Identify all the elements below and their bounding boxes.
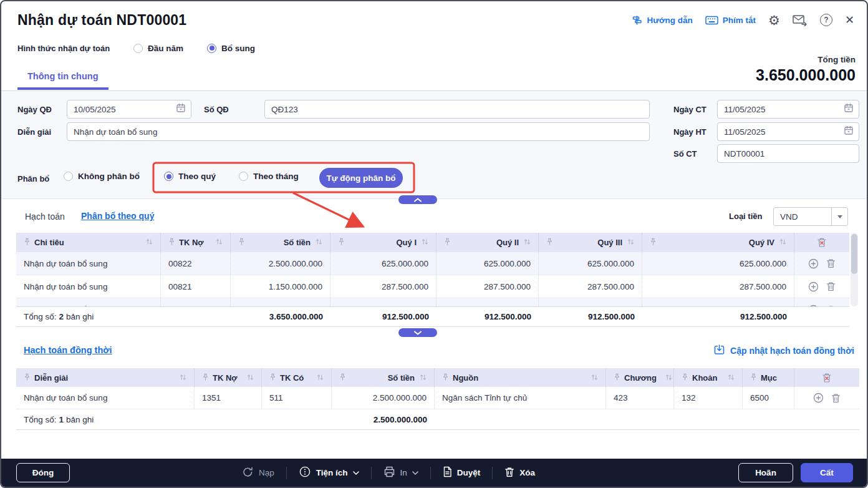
- trash-icon[interactable]: [831, 393, 841, 403]
- keyboard-icon: [705, 16, 718, 25]
- trash-icon[interactable]: [826, 258, 836, 268]
- radio-theo-quy[interactable]: Theo quý: [164, 172, 216, 181]
- table-row[interactable]: Nhận dự toán bổ sung 1351 511 2.500.000.…: [16, 387, 859, 409]
- guide-link[interactable]: Hướng dẫn: [632, 15, 692, 26]
- currency-select[interactable]: VND: [773, 207, 848, 226]
- pin-icon[interactable]: [614, 373, 620, 383]
- close-icon[interactable]: ✕: [845, 13, 854, 27]
- table-row[interactable]: Nhận dự toán bổ sung 00822 2.500.000.000…: [16, 252, 849, 275]
- titlebar: Nhận dự toán NDT00001 Hướng dẫn Phím tắt…: [1, 1, 867, 36]
- pin-icon[interactable]: [238, 238, 245, 247]
- trash-delete-all-icon[interactable]: [822, 373, 832, 383]
- add-circle-icon[interactable]: [808, 258, 819, 269]
- tab-general-info[interactable]: Thông tin chung: [17, 71, 109, 90]
- approve-button[interactable]: Duyệt: [443, 466, 481, 479]
- so-qd-input[interactable]: [265, 100, 649, 118]
- calendar-icon[interactable]: [844, 103, 854, 115]
- pin-icon[interactable]: [168, 238, 175, 247]
- help-icon[interactable]: ?: [820, 14, 832, 26]
- radio-khong-phan-bo[interactable]: Không phân bổ: [64, 172, 140, 181]
- col-header-chuong[interactable]: Chương: [606, 368, 674, 387]
- radio-dau-nam[interactable]: Đầu năm: [133, 44, 183, 53]
- pin-icon[interactable]: [750, 373, 757, 383]
- dropdown-arrow-segment: [831, 208, 847, 225]
- sort-icon: [728, 373, 735, 383]
- col-header-tk-no[interactable]: TK Nợ: [161, 233, 231, 252]
- titlebar-actions: Hướng dẫn Phím tắt ⚙ ? ✕: [632, 13, 854, 27]
- trash-delete-all-icon[interactable]: [817, 237, 827, 248]
- chevron-down-icon: [412, 471, 418, 475]
- close-button[interactable]: Đóng: [16, 463, 70, 482]
- shortcut-link[interactable]: Phím tắt: [705, 16, 756, 25]
- col-header-quy-1[interactable]: Quý I: [330, 233, 436, 252]
- save-button[interactable]: Cất: [801, 463, 853, 482]
- col-header-muc[interactable]: Mục: [743, 368, 794, 387]
- pin-icon[interactable]: [442, 373, 449, 383]
- table-scrollbar[interactable]: [851, 233, 858, 306]
- auto-allocate-button[interactable]: Tự động phân bổ: [319, 168, 403, 188]
- total-quy-4: 912.500.000: [642, 312, 794, 321]
- collapse-down-pill[interactable]: [398, 328, 437, 337]
- col-header-so-tien[interactable]: Số tiền: [332, 368, 435, 387]
- col-header-nguon[interactable]: Nguồn: [435, 368, 606, 387]
- sort-icon: [627, 238, 634, 247]
- col-header-dien-giai[interactable]: Diễn giải: [16, 368, 195, 387]
- trash-icon[interactable]: [826, 281, 836, 291]
- table-row[interactable]: Nhận dự toán bổ sung 00821 1.150.000.000…: [16, 275, 849, 298]
- utilities-button[interactable]: Tiện ích: [299, 466, 359, 480]
- col-header-quy-4[interactable]: Quý IV: [642, 233, 794, 252]
- dien-giai-input[interactable]: [67, 123, 649, 140]
- col-label: Diễn giải: [34, 373, 68, 383]
- pin-icon[interactable]: [444, 238, 451, 247]
- pin-icon[interactable]: [682, 373, 688, 383]
- postpone-button[interactable]: Hoãn: [738, 463, 793, 482]
- pin-icon[interactable]: [339, 373, 346, 383]
- col-header-quy-2[interactable]: Quý II: [436, 233, 539, 252]
- col-header-khoan[interactable]: Khoản: [674, 368, 743, 387]
- reload-button[interactable]: Nạp: [242, 466, 274, 480]
- pin-icon[interactable]: [24, 373, 31, 383]
- cell-so-tien: 1.150.000.000: [231, 275, 330, 298]
- pin-icon[interactable]: [202, 373, 209, 383]
- col-header-chi-tieu[interactable]: Chi tiêu: [16, 233, 161, 252]
- pin-icon[interactable]: [269, 373, 276, 383]
- col-header-so-tien[interactable]: Số tiền: [231, 233, 330, 252]
- simultaneous-accounting-link[interactable]: Hạch toán đồng thời: [24, 345, 112, 355]
- pin-icon[interactable]: [24, 238, 31, 247]
- calendar-icon[interactable]: [176, 103, 186, 115]
- col-header-quy-3[interactable]: Quý III: [539, 233, 642, 252]
- col-header-tk-no[interactable]: TK Nợ: [195, 368, 262, 387]
- cell-actions: [794, 252, 849, 275]
- chevron-down-icon: [353, 471, 359, 475]
- currency-label: Loại tiền: [729, 212, 762, 221]
- add-circle-icon[interactable]: [808, 281, 819, 292]
- ngay-qd-input[interactable]: [67, 100, 176, 118]
- mail-send-icon[interactable]: [793, 14, 808, 26]
- print-button[interactable]: In: [383, 466, 418, 479]
- ngay-ct-input[interactable]: [718, 100, 844, 118]
- update-simultaneous-link[interactable]: Cập nhật hạch toán đồng thời: [714, 344, 854, 357]
- scrollbar-thumb[interactable]: [851, 234, 857, 274]
- col-header-tk-co[interactable]: TK Có: [262, 368, 332, 387]
- so-ct-input[interactable]: [718, 145, 859, 162]
- radio-bo-sung[interactable]: Bổ sung: [207, 44, 255, 53]
- calendar-icon[interactable]: [844, 125, 854, 138]
- add-circle-icon[interactable]: [813, 393, 824, 403]
- allocation-by-quarter-link[interactable]: Phân bổ theo quý: [81, 211, 154, 221]
- pin-icon[interactable]: [650, 238, 657, 247]
- ngay-ht-input[interactable]: [718, 123, 844, 140]
- radio-theo-thang[interactable]: Theo tháng: [239, 172, 299, 181]
- gear-icon[interactable]: ⚙: [768, 14, 780, 27]
- trash-icon[interactable]: [826, 305, 836, 307]
- add-circle-icon[interactable]: [808, 305, 819, 306]
- collapse-up-pill[interactable]: [398, 195, 437, 204]
- col-label: Mục: [761, 373, 777, 383]
- col-label: Quý II: [496, 238, 519, 247]
- delete-button[interactable]: Xóa: [504, 467, 535, 479]
- total-quy-3: 912.500.000: [539, 312, 642, 321]
- cell-actions: [794, 298, 849, 306]
- pin-icon[interactable]: [546, 238, 553, 247]
- cell-chi-tieu: Nhận dự toán bổ sung: [16, 298, 161, 306]
- pin-icon[interactable]: [338, 238, 345, 247]
- table-row-clipped[interactable]: Nhận dự toán bổ sung 00820: [16, 298, 849, 306]
